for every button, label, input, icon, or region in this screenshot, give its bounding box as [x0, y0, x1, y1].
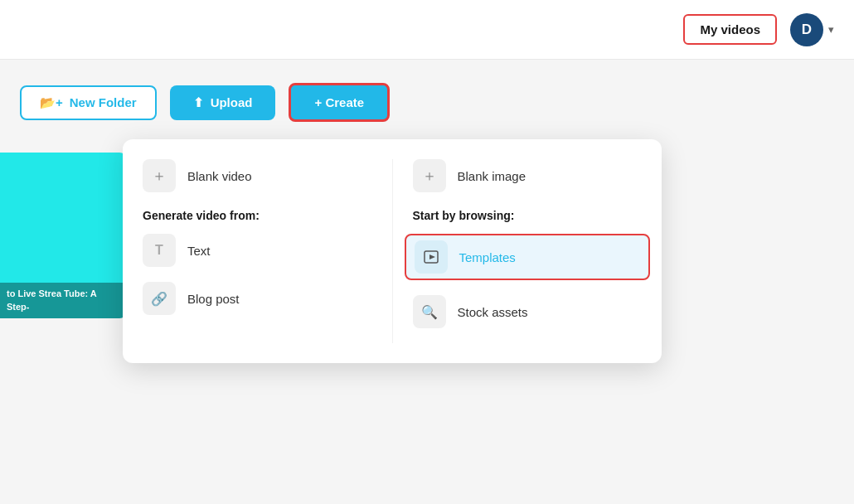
upload-label: Upload [211, 95, 253, 109]
search-icon: 🔍 [413, 295, 446, 328]
create-label: + Create [314, 95, 364, 109]
chevron-down-icon: ▾ [828, 23, 834, 36]
create-dropdown: ＋ Blank video Generate video from: T Tex… [123, 139, 662, 363]
my-videos-button[interactable]: My videos [683, 14, 777, 45]
stock-assets-label: Stock assets [458, 305, 528, 319]
plus-image-icon: ＋ [413, 159, 446, 192]
new-folder-icon: 📂+ [40, 95, 63, 110]
templates-label: Templates [459, 250, 516, 264]
dropdown-right-col: ＋ Blank image Start by browsing: Templat… [392, 159, 643, 343]
plus-icon: ＋ [143, 159, 176, 192]
blank-video-label: Blank video [187, 169, 252, 183]
blank-image-label: Blank image [458, 169, 526, 183]
new-folder-button[interactable]: 📂+ New Folder [20, 85, 157, 120]
link-icon: 🔗 [143, 282, 176, 315]
stock-assets-item[interactable]: 🔍 Stock assets [413, 295, 643, 328]
dropdown-columns: ＋ Blank video Generate video from: T Tex… [143, 159, 642, 343]
toolbar: 📂+ New Folder ⬆ Upload + Create [20, 83, 834, 122]
video-preview: to Live Strea Tube: A Step- [0, 153, 126, 318]
main-content: to Live Strea Tube: A Step- 📂+ New Folde… [0, 60, 854, 145]
new-folder-label: New Folder [70, 95, 137, 109]
avatar-menu[interactable]: D ▾ [790, 13, 834, 46]
dropdown-left-col: ＋ Blank video Generate video from: T Tex… [143, 159, 392, 343]
blog-post-label: Blog post [187, 292, 240, 306]
generate-section-header: Generate video from: [143, 209, 372, 222]
header: My videos D ▾ [0, 0, 854, 60]
text-item[interactable]: T Text [143, 234, 372, 267]
blog-post-item[interactable]: 🔗 Blog post [143, 282, 372, 315]
blank-image-item[interactable]: ＋ Blank image [413, 159, 643, 192]
create-button[interactable]: + Create [289, 83, 390, 122]
svg-marker-1 [429, 254, 435, 259]
browse-section-header: Start by browsing: [413, 209, 643, 222]
templates-icon [415, 240, 448, 274]
text-icon: T [143, 234, 176, 267]
upload-icon: ⬆ [193, 95, 204, 110]
text-label: Text [187, 244, 211, 258]
templates-item[interactable]: Templates [405, 234, 651, 280]
avatar: D [790, 13, 823, 46]
preview-text: to Live Strea Tube: A Step- [0, 283, 126, 318]
blank-video-item[interactable]: ＋ Blank video [143, 159, 372, 192]
upload-button[interactable]: ⬆ Upload [170, 85, 276, 120]
